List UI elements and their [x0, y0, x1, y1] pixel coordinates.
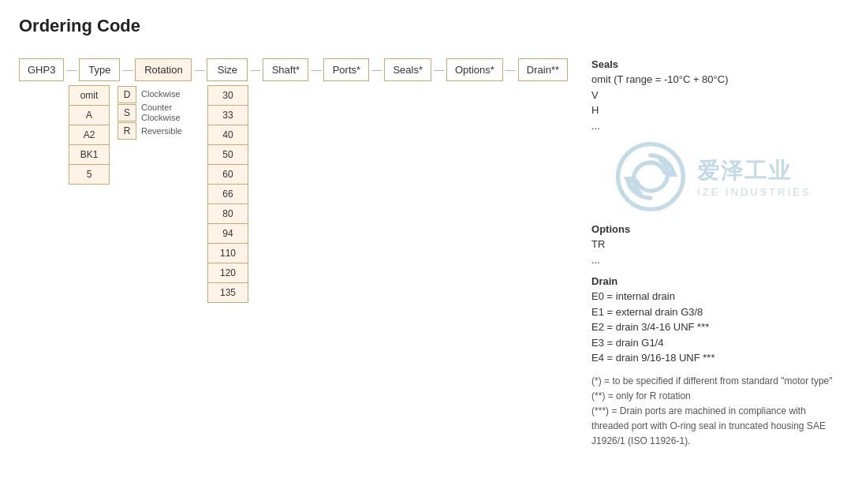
footnotes: (*) = to be specified if different from … — [591, 374, 839, 450]
connector-6: — — [369, 64, 384, 76]
box-seals: Seals* — [384, 58, 431, 81]
rotation-label: Clockwise — [141, 89, 181, 99]
watermark-en: IZE INDUSTRIES — [697, 186, 811, 198]
seals-section: Seals omit (T range = -10°C + 80°C)VH... — [591, 58, 839, 133]
options-line: ... — [591, 252, 839, 268]
type-sub-col: omitAA2BK15 — [69, 86, 110, 303]
box-size: Size — [207, 58, 248, 81]
connector-7: — — [431, 64, 446, 76]
drain-line: E4 = drain 9/16-18 UNF *** — [591, 350, 839, 366]
connector-4: — — [248, 64, 263, 76]
rotation-key-row: SCounter Clockwise — [118, 103, 196, 123]
type-value: A2 — [69, 125, 110, 145]
drain-title: Drain — [591, 275, 839, 287]
rotation-key-row: DClockwise — [118, 86, 196, 103]
drain-line: E3 = drain G1/4 — [591, 335, 839, 351]
connector-8: — — [503, 64, 518, 76]
sub-items-row: omitAA2BK15 DClockwiseSCounter Clockwise… — [69, 86, 568, 303]
size-value: 60 — [207, 164, 248, 185]
size-value: 66 — [207, 184, 248, 204]
rotation-letter: R — [118, 122, 136, 140]
options-section: Options TR... — [591, 223, 839, 267]
drain-line: E2 = drain 3/4-16 UNF *** — [591, 319, 839, 335]
type-value: A — [69, 105, 110, 125]
seals-title: Seals — [591, 58, 839, 70]
drain-line: E0 = internal drain — [591, 289, 839, 304]
footnote-line: (*) = to be specified if different from … — [591, 374, 839, 389]
size-value: 135 — [207, 282, 248, 303]
watermark-cn: 爱泽工业 — [697, 156, 811, 186]
watermark-text: 爱泽工业 IZE INDUSTRIES — [697, 156, 811, 198]
rotation-label: Reversible — [141, 126, 182, 136]
seals-line: H — [591, 103, 839, 118]
drain-line: E1 = external drain G3/8 — [591, 304, 839, 320]
box-ghp3: GHP3 — [19, 58, 64, 81]
connector-1: — — [64, 64, 79, 76]
options-title: Options — [591, 223, 839, 235]
size-value: 94 — [207, 223, 248, 244]
connector-2: — — [120, 64, 135, 76]
rotation-label: Counter Clockwise — [141, 103, 196, 123]
right-info: Seals omit (T range = -10°C + 80°C)VH...… — [591, 58, 839, 449]
seals-line: V — [591, 88, 839, 103]
box-drain: Drain** — [518, 58, 568, 81]
page-title: Ordering Code — [19, 16, 839, 36]
ordering-code-diagram: GHP3 — Type — Rotation — Size — Shaft* —… — [19, 58, 839, 449]
rotation-key-row: RReversible — [118, 122, 196, 140]
connector-3: — — [192, 64, 207, 76]
rotation-letter: S — [118, 104, 136, 121]
box-shaft: Shaft* — [263, 58, 308, 81]
box-ports: Ports* — [323, 58, 369, 81]
seals-line: ... — [591, 118, 839, 134]
drain-section: Drain E0 = internal drainE1 = external d… — [591, 275, 839, 366]
size-value: 120 — [207, 263, 248, 283]
size-value: 80 — [207, 203, 248, 224]
watermark: 爱泽工业 IZE INDUSTRIES — [615, 141, 839, 212]
seals-line: omit (T range = -10°C + 80°C) — [591, 72, 839, 88]
type-value: 5 — [69, 164, 110, 185]
rotation-letter: D — [118, 86, 136, 103]
size-value: 40 — [207, 125, 248, 145]
left-diagram: GHP3 — Type — Rotation — Size — Shaft* —… — [19, 58, 568, 303]
box-options: Options* — [446, 58, 503, 81]
size-sub-col: 3033405060668094110120135 — [207, 86, 248, 303]
size-value: 33 — [207, 105, 248, 125]
footnote-line: (***) = Drain ports are machined in comp… — [591, 404, 839, 450]
size-value: 50 — [207, 144, 248, 165]
type-value: BK1 — [69, 144, 110, 165]
size-value: 30 — [207, 85, 248, 106]
size-value: 110 — [207, 243, 248, 263]
connector-5: — — [308, 64, 323, 76]
header-row: GHP3 — Type — Rotation — Size — Shaft* —… — [19, 58, 568, 81]
type-value: omit — [69, 85, 110, 106]
rotation-sub-col: DClockwiseSCounter ClockwiseRReversible — [118, 86, 196, 303]
box-rotation: Rotation — [135, 58, 192, 81]
box-type: Type — [79, 58, 120, 81]
options-line: TR — [591, 237, 839, 252]
watermark-logo — [615, 141, 686, 212]
footnote-line: (**) = only for R rotation — [591, 389, 839, 404]
